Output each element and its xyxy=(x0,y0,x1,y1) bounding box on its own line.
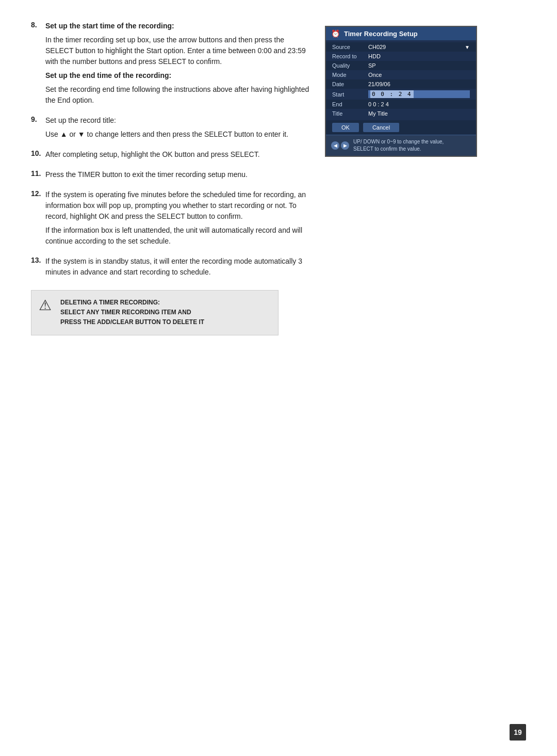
start-value: 0 0 : 2 4 xyxy=(368,90,470,98)
timer-row-date: Date 21/09/06 xyxy=(326,79,476,89)
step-11-text: Press the TIMER button to exit the timer… xyxy=(45,169,309,180)
step-8-number: 8. xyxy=(31,21,41,109)
step-11-number: 11. xyxy=(31,169,41,183)
step-9-number: 9. xyxy=(31,115,41,143)
title-label: Title xyxy=(332,110,368,117)
timer-row-quality: Quality SP xyxy=(326,61,476,70)
hint-controls: ◀ ▶ xyxy=(331,141,349,150)
timer-title-bar: ⏰ Timer Recording Setup xyxy=(326,27,476,40)
step-10: 10. After completing setup, highlight th… xyxy=(31,149,309,163)
timer-row-record-to: Record to HDD xyxy=(326,52,476,61)
warning-icon: ⚠ xyxy=(39,297,54,314)
left-column: 8. Set up the start time of the recordin… xyxy=(31,21,320,335)
date-value: 21/09/06 xyxy=(368,81,470,87)
source-value: CH029 xyxy=(368,44,465,50)
step-11: 11. Press the TIMER button to exit the t… xyxy=(31,169,309,183)
quality-value: SP xyxy=(368,62,470,69)
warning-box: ⚠ DELETING A TIMER RECORDING: SELECT ANY… xyxy=(31,290,278,335)
record-to-value: HDD xyxy=(368,53,470,59)
step-12: 12. If the system is operating five minu… xyxy=(31,189,309,250)
step-9-detail: Use ▲ or ▼ to change letters and then pr… xyxy=(45,129,309,140)
mode-label: Mode xyxy=(332,72,368,78)
warning-line-2: SELECT ANY TIMER RECORDING ITEM AND xyxy=(60,308,204,317)
timer-title-text: Timer Recording Setup xyxy=(344,30,418,38)
mode-value: Once xyxy=(368,72,470,78)
timer-rows-container: Source CH029 ▼ Record to HDD Quality SP … xyxy=(326,40,476,120)
date-label: Date xyxy=(332,81,368,87)
timer-action-buttons: OK Cancel xyxy=(326,120,476,135)
page-number: 19 xyxy=(510,724,526,741)
title-value: My Title xyxy=(368,110,470,117)
timer-row-source: Source CH029 ▼ xyxy=(326,42,476,52)
hint-text-block: UP/ DOWN or 0~9 to change the value, SEL… xyxy=(353,138,444,153)
warning-text: DELETING A TIMER RECORDING: SELECT ANY T… xyxy=(60,298,204,328)
source-label: Source xyxy=(332,44,368,50)
step-12-content: If the system is operating five minutes … xyxy=(45,189,309,250)
timer-row-end: End 0 0 : 2 4 xyxy=(326,100,476,109)
timer-row-title: Title My Title xyxy=(326,109,476,118)
step-8-content: Set up the start time of the recording: … xyxy=(45,21,309,109)
step-13-content: If the system is in standby status, it w… xyxy=(45,256,309,281)
step-8-bold-header: Set up the start time of the recording: xyxy=(45,22,174,30)
right-column: ⏰ Timer Recording Setup Source CH029 ▼ R… xyxy=(320,21,490,335)
hint-line-1: UP/ DOWN or 0~9 to change the value, xyxy=(353,138,444,146)
step-12-text2: If the information box is left unattende… xyxy=(45,225,309,247)
timer-row-mode: Mode Once xyxy=(326,70,476,79)
hint-line-2: SELECT to confirm the value. xyxy=(353,146,444,153)
step-8-para1: In the timer recording set up box, use t… xyxy=(45,35,309,67)
timer-hint: ◀ ▶ UP/ DOWN or 0~9 to change the value,… xyxy=(326,135,476,156)
step-9-content: Set up the record title: Use ▲ or ▼ to c… xyxy=(45,115,309,143)
step-9-text: Set up the record title: xyxy=(45,115,309,126)
step-10-number: 10. xyxy=(31,149,41,163)
step-8-sub-bold: Set up the end time of the recording: xyxy=(45,71,171,79)
source-arrow-icon: ▼ xyxy=(465,44,470,50)
step-13-text: If the system is in standby status, it w… xyxy=(45,256,309,278)
timer-row-start: Start 0 0 : 2 4 xyxy=(326,89,476,100)
warning-line-1: DELETING A TIMER RECORDING: xyxy=(60,298,204,308)
hint-right-icon: ▶ xyxy=(341,141,349,150)
step-12-text: If the system is operating five minutes … xyxy=(45,189,309,222)
quality-label: Quality xyxy=(332,62,368,69)
step-8: 8. Set up the start time of the recordin… xyxy=(31,21,309,109)
step-9: 9. Set up the record title: Use ▲ or ▼ t… xyxy=(31,115,309,143)
end-label: End xyxy=(332,101,368,107)
step-8-para2: Set the recording end time following the… xyxy=(45,84,309,106)
cancel-button[interactable]: Cancel xyxy=(363,123,399,132)
start-label: Start xyxy=(332,91,368,98)
timer-recording-setup: ⏰ Timer Recording Setup Source CH029 ▼ R… xyxy=(325,26,477,157)
step-10-content: After completing setup, highlight the OK… xyxy=(45,149,309,163)
step-13: 13. If the system is in standby status, … xyxy=(31,256,309,281)
end-value: 0 0 : 2 4 xyxy=(368,101,470,107)
timer-setup-icon: ⏰ xyxy=(331,29,340,38)
hint-left-icon: ◀ xyxy=(331,141,339,150)
step-13-number: 13. xyxy=(31,256,41,281)
warning-line-3: PRESS THE ADD/CLEAR BUTTON TO DELETE IT xyxy=(60,317,204,327)
start-cursor: 0 0 : 2 4 xyxy=(370,90,414,98)
step-10-text: After completing setup, highlight the OK… xyxy=(45,149,309,160)
record-to-label: Record to xyxy=(332,53,368,59)
step-12-number: 12. xyxy=(31,189,41,250)
ok-button[interactable]: OK xyxy=(332,123,359,132)
step-11-content: Press the TIMER button to exit the timer… xyxy=(45,169,309,183)
